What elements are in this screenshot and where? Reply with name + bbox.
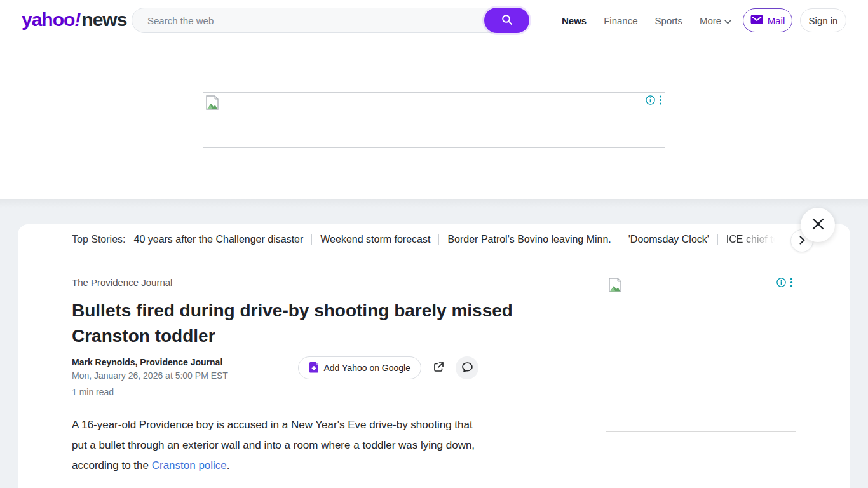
ad-menu-icon[interactable] [790,278,793,290]
search-icon [501,14,513,27]
content-background: Top Stories: 40 years after the Challeng… [0,199,868,488]
external-link-icon [433,361,445,375]
search-button[interactable] [484,8,529,33]
divider [717,234,718,245]
add-yahoo-on-google-button[interactable]: Add Yahoo on Google [298,356,422,379]
article-paragraph: A 16-year-old Providence boy is accused … [72,415,485,476]
ad-info-icon[interactable] [776,278,786,290]
article-author: Mark Reynolds, Providence Journal [72,356,228,368]
top-stories-label: Top Stories: [72,234,125,245]
top-story-link-2[interactable]: Weekend storm forecast [320,234,430,245]
paragraph-period: . [227,459,230,471]
article-actions: Add Yahoo on Google [298,356,479,379]
broken-image-icon [206,95,219,112]
top-story-link-5[interactable]: ICE chief to [726,234,779,245]
share-button[interactable] [427,356,450,379]
top-ad-strip [0,41,868,199]
mail-button-label: Mail [768,15,785,26]
byline-block: Mark Reynolds, Providence Journal Mon, J… [72,356,228,398]
note-add-icon [309,362,319,375]
mail-envelope-icon [750,15,763,26]
close-icon [811,217,825,233]
sign-in-label: Sign in [809,15,838,26]
top-story-link-1[interactable]: 40 years after the Challenger disaster [133,234,303,245]
divider [311,234,312,245]
chevron-down-icon [724,15,731,26]
top-story-link-4[interactable]: 'Doomsday Clock' [628,234,709,245]
comments-button[interactable] [456,356,478,379]
chevron-right-icon [799,236,805,247]
nav-item-sports[interactable]: Sports [655,15,682,26]
article-card: Top Stories: 40 years after the Challeng… [18,224,850,488]
top-navbar: yahoo!news News Finance Sports More [0,0,868,41]
mail-button[interactable]: Mail [743,8,792,32]
divider [438,234,439,245]
search-bar [132,8,529,33]
logo-bang: ! [74,9,80,30]
search-input[interactable] [147,8,465,32]
ad-controls [776,278,793,290]
nav-item-finance[interactable]: Finance [604,15,637,26]
broken-image-icon [609,278,621,295]
ad-info-icon[interactable] [646,95,655,107]
top-stories-close-button[interactable] [801,208,835,242]
top-stories-bar: Top Stories: 40 years after the Challeng… [18,224,850,255]
article-source[interactable]: The Providence Journal [72,276,545,289]
comment-bubble-icon [461,362,473,375]
add-yahoo-label: Add Yahoo on Google [324,363,411,373]
article: The Providence Journal Bullets fired dur… [18,255,545,476]
sign-in-button[interactable]: Sign in [800,8,846,32]
paragraph-text: A 16-year-old Providence boy is accused … [72,419,475,471]
leaderboard-ad-placeholder[interactable] [203,92,665,148]
divider [620,234,620,245]
article-date: Mon, January 26, 2026 at 5:00 PM EST [72,369,228,382]
nav-item-more[interactable]: More [700,15,731,26]
ad-controls [646,95,662,107]
top-story-link-3[interactable]: Border Patrol's Bovino leaving Minn. [447,234,611,245]
article-read-time: 1 min read [72,386,228,398]
article-headline: Bullets fired during drive-by shooting b… [72,298,545,349]
right-rail-ad-placeholder[interactable] [606,274,796,432]
article-meta-row: Mark Reynolds, Providence Journal Mon, J… [72,356,478,398]
nav-more-label: More [700,15,721,26]
ad-menu-icon[interactable] [659,95,662,107]
primary-nav: News Finance Sports More [562,0,731,41]
cranston-police-link[interactable]: Cranston police [152,459,227,471]
yahoo-news-logo[interactable]: yahoo!news [22,9,126,30]
nav-item-news[interactable]: News [562,15,587,26]
logo-yahoo-text: yahoo [22,9,74,30]
logo-news-text: news [81,9,126,30]
